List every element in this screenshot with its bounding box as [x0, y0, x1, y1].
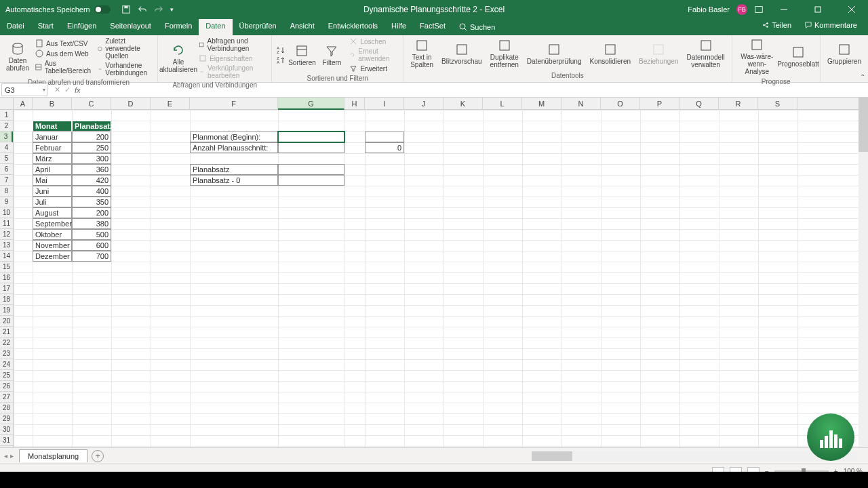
row-header-27[interactable]: 27	[0, 392, 13, 403]
recent-sources[interactable]: Zuletzt verwendete Quellen	[96, 37, 153, 60]
col-header-E[interactable]: E	[151, 98, 190, 110]
sheet-nav-prev-icon[interactable]: ◂	[4, 452, 7, 460]
add-sheet-button[interactable]: +	[92, 450, 104, 462]
minimize-button[interactable]	[770, 0, 797, 19]
filter-button[interactable]: Filtern	[318, 43, 345, 68]
vertical-scrollbar[interactable]	[859, 98, 868, 447]
cell-B4[interactable]: Februar	[33, 142, 72, 153]
cell-B2[interactable]: Monat	[33, 121, 72, 131]
row-header-12[interactable]: 12	[0, 229, 13, 240]
cell-G6[interactable]	[278, 164, 344, 175]
chevron-down-icon[interactable]: ▾	[43, 87, 45, 93]
tab-überprüfen[interactable]: Überprüfen	[233, 19, 283, 35]
select-all[interactable]	[0, 98, 14, 110]
cell-B11[interactable]: September	[33, 218, 72, 229]
cell-C12[interactable]: 500	[72, 229, 111, 240]
col-header-B[interactable]: B	[33, 98, 72, 110]
advanced-filter[interactable]: Erweitert	[348, 64, 399, 73]
row-header-7[interactable]: 7	[0, 175, 13, 186]
col-header-P[interactable]: P	[640, 98, 679, 110]
cell-B5[interactable]: März	[33, 153, 72, 164]
cell-F6[interactable]: Planabsatz	[190, 164, 278, 175]
datatool-2[interactable]: Duplikate entfernen	[488, 37, 521, 70]
row-header-11[interactable]: 11	[0, 218, 13, 229]
cell-C14[interactable]: 700	[72, 251, 111, 262]
cell-B14[interactable]: Dezember	[33, 251, 72, 262]
col-header-S[interactable]: S	[758, 98, 797, 110]
search-placeholder[interactable]: Suchen	[470, 23, 495, 31]
col-header-J[interactable]: J	[404, 98, 443, 110]
col-header-H[interactable]: H	[344, 98, 365, 110]
from-web[interactable]: Aus dem Web	[34, 49, 94, 58]
datatool-6[interactable]: Datenmodell verwalten	[684, 37, 727, 70]
datatool-0[interactable]: Text in Spalten	[408, 37, 436, 70]
qat-customize-icon[interactable]: ▾	[170, 6, 174, 13]
cell-C10[interactable]: 200	[72, 207, 111, 218]
col-header-D[interactable]: D	[111, 98, 151, 110]
datatool-3[interactable]: Datenüberprüfung	[524, 41, 585, 66]
forecast-0[interactable]: Was-wäre-wenn- Analyse	[736, 37, 778, 77]
tab-entwicklertools[interactable]: Entwicklertools	[321, 19, 384, 35]
share-button[interactable]: Teilen	[757, 19, 797, 31]
row-header-24[interactable]: 24	[0, 359, 13, 370]
existing-connections[interactable]: Vorhandene Verbindungen	[96, 61, 153, 77]
cell-C8[interactable]: 400	[72, 186, 111, 197]
col-header-I[interactable]: I	[365, 98, 404, 110]
col-header-K[interactable]: K	[443, 98, 483, 110]
tab-ansicht[interactable]: Ansicht	[283, 19, 321, 35]
sheet-nav-next-icon[interactable]: ▸	[10, 452, 14, 460]
cell-C7[interactable]: 420	[72, 175, 111, 186]
cell-G3[interactable]	[278, 131, 344, 142]
row-header-8[interactable]: 8	[0, 186, 13, 197]
tab-seitenlayout[interactable]: Seitenlayout	[103, 19, 158, 35]
cell-C6[interactable]: 360	[72, 164, 111, 175]
col-header-N[interactable]: N	[561, 98, 601, 110]
avatar[interactable]: FB	[736, 4, 747, 15]
save-icon[interactable]	[121, 5, 131, 14]
datatool-1[interactable]: Blitzvorschau	[439, 41, 484, 66]
cell-B3[interactable]: Januar	[33, 131, 72, 142]
cell-C2[interactable]: Planabsatz	[72, 121, 111, 131]
cell-B9[interactable]: Juli	[33, 197, 72, 207]
col-header-Q[interactable]: Q	[679, 98, 719, 110]
row-header-26[interactable]: 26	[0, 381, 13, 392]
cell-I4[interactable]: 0	[365, 142, 404, 153]
cell-F7[interactable]: Planabsatz - 0	[190, 175, 278, 186]
col-header-L[interactable]: L	[483, 98, 522, 110]
row-header-28[interactable]: 28	[0, 403, 13, 413]
col-header-M[interactable]: M	[522, 98, 561, 110]
spreadsheet-grid[interactable]: ABCDEFGHIJKLMNOPQRS 12345678910111213141…	[0, 98, 868, 447]
cell-B6[interactable]: April	[33, 164, 72, 175]
row-header-29[interactable]: 29	[0, 413, 13, 424]
cell-B12[interactable]: Oktober	[33, 229, 72, 240]
row-header-10[interactable]: 10	[0, 207, 13, 218]
cell-F3[interactable]: Planmonat (Beginn):	[190, 131, 278, 142]
row-header-1[interactable]: 1	[0, 110, 13, 121]
cell-C11[interactable]: 380	[72, 218, 111, 229]
row-header-6[interactable]: 6	[0, 164, 13, 175]
row-header-17[interactable]: 17	[0, 283, 13, 294]
cell-C13[interactable]: 600	[72, 240, 111, 251]
cell-B10[interactable]: August	[33, 207, 72, 218]
cell-B7[interactable]: Mai	[33, 175, 72, 186]
row-header-16[interactable]: 16	[0, 272, 13, 283]
row-header-31[interactable]: 31	[0, 435, 13, 446]
undo-icon[interactable]	[138, 5, 147, 14]
tab-daten[interactable]: Daten	[199, 19, 232, 35]
sheet-tab[interactable]: Monatsplanung	[19, 449, 87, 462]
outline-0[interactable]: Gruppieren	[825, 41, 864, 66]
cell-G7[interactable]	[278, 175, 344, 186]
queries-connections[interactable]: Abfragen und Verbindungen	[197, 37, 267, 53]
cell-C9[interactable]: 350	[72, 197, 111, 207]
cell-C5[interactable]: 300	[72, 153, 111, 164]
sort-button[interactable]: Sortieren	[288, 43, 315, 68]
cell-F4[interactable]: Anzahl Planausschnitt:	[190, 142, 278, 153]
tab-datei[interactable]: Datei	[0, 19, 31, 35]
cell-I3[interactable]	[365, 131, 404, 142]
cell-B8[interactable]: Juni	[33, 186, 72, 197]
row-header-4[interactable]: 4	[0, 142, 13, 153]
row-header-25[interactable]: 25	[0, 370, 13, 381]
row-header-13[interactable]: 13	[0, 240, 13, 251]
cell-G4[interactable]	[278, 142, 344, 153]
cell-C3[interactable]: 200	[72, 131, 111, 142]
